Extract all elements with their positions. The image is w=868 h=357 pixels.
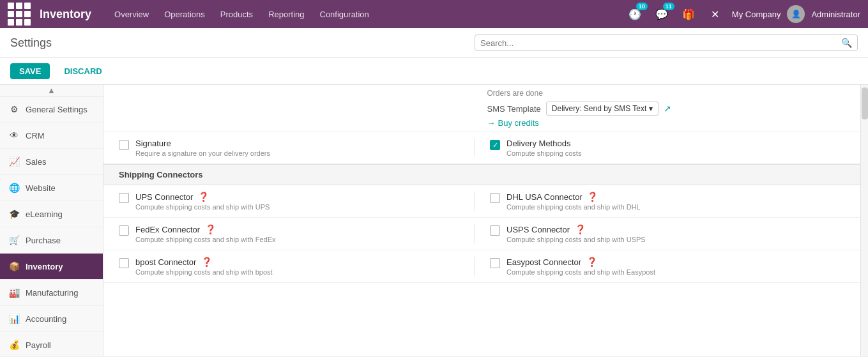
gear-icon: ⚙: [8, 103, 20, 116]
nav-overview[interactable]: Overview: [108, 6, 155, 23]
signature-text: Signature Require a signature on your de…: [135, 139, 474, 157]
messages-button[interactable]: 💬 11: [651, 4, 672, 24]
sidebar-item-accounting[interactable]: 📊 Accounting: [0, 306, 103, 332]
sidebar-item-purchase[interactable]: 🛒 Purchase: [0, 227, 103, 254]
easypost-text: Easypost Connector ❓ Compute shipping co…: [506, 257, 845, 276]
usps-checkbox[interactable]: [490, 225, 500, 236]
avatar[interactable]: 👤: [787, 5, 805, 23]
usps-connector: USPS Connector ❓ Compute shipping costs …: [474, 224, 845, 243]
easypost-checkbox[interactable]: [490, 258, 500, 268]
signature-checkbox[interactable]: [119, 140, 129, 150]
external-link-icon[interactable]: ↗: [664, 103, 671, 114]
close-icon: ✕: [711, 8, 719, 20]
dhl-help-icon[interactable]: ❓: [587, 192, 598, 202]
easypost-connector: Easypost Connector ❓ Compute shipping co…: [474, 257, 845, 276]
sidebar-item-general-settings[interactable]: ⚙ General Settings: [0, 96, 103, 123]
inventory-icon: 📦: [8, 260, 20, 273]
signature-delivery-row: Signature Require a signature on your de…: [103, 132, 860, 164]
bpost-checkbox[interactable]: [119, 258, 129, 268]
delivery-methods-checkbox[interactable]: ✓: [490, 140, 500, 150]
sidebar-item-label: Inventory: [26, 262, 63, 271]
sidebar-item-crm[interactable]: 👁 CRM: [0, 123, 103, 149]
payroll-icon: 💰: [8, 338, 20, 351]
ups-connector: UPS Connector ❓ Compute shipping costs a…: [119, 192, 474, 211]
dhl-usa-text: DHL USA Connector ❓ Compute shipping cos…: [506, 192, 845, 211]
sidebar-item-label: Accounting: [26, 314, 66, 324]
sms-template-select[interactable]: Delivery: Send by SMS Text ▾: [546, 102, 659, 116]
nav-operations[interactable]: Operations: [158, 6, 211, 23]
activity-button[interactable]: 🕐 10: [625, 4, 645, 24]
usps-desc: Compute shipping costs and ship with USP…: [506, 236, 845, 243]
sidebar-scroll-up[interactable]: ▲: [0, 85, 103, 96]
easypost-desc: Compute shipping costs and ship with Eas…: [506, 268, 845, 276]
sidebar-item-payroll[interactable]: 💰 Payroll: [0, 332, 103, 356]
sidebar-item-label: Payroll: [26, 340, 51, 350]
purchase-icon: 🛒: [8, 234, 20, 247]
sidebar-item-sales[interactable]: 📈 Sales: [0, 149, 103, 175]
usps-title: USPS Connector ❓: [506, 224, 845, 234]
sidebar-item-label: General Settings: [26, 105, 88, 114]
delivery-methods-text: Delivery Methods Compute shipping costs: [506, 139, 845, 157]
sidebar: ▲ ⚙ General Settings 👁 CRM 📈 Sales 🌐 Web…: [0, 85, 103, 356]
connectors-row-3: bpost Connector ❓ Compute shipping costs…: [103, 250, 860, 283]
gift-button[interactable]: 🎁: [678, 4, 699, 24]
easypost-title: Easypost Connector ❓: [506, 257, 845, 267]
scrollbar[interactable]: [860, 85, 868, 356]
settings-header: Settings 🔍: [0, 28, 868, 58]
top-navigation: Inventory Overview Operations Products R…: [0, 0, 868, 28]
elearning-icon: 🎓: [8, 208, 20, 220]
fedex-checkbox[interactable]: [119, 225, 129, 236]
orders-done-row: Orders are done SMS Template Delivery: S…: [103, 85, 860, 132]
dhl-usa-checkbox[interactable]: [490, 193, 500, 203]
action-bar: SAVE DISCARD: [0, 58, 868, 85]
nav-reporting[interactable]: Reporting: [262, 6, 310, 23]
sidebar-item-website[interactable]: 🌐 Website: [0, 175, 103, 201]
settings-content: Orders are done SMS Template Delivery: S…: [103, 85, 860, 356]
ups-checkbox[interactable]: [119, 193, 129, 203]
sidebar-item-label: Manufacturing: [26, 288, 78, 298]
crm-icon: 👁: [8, 129, 20, 142]
delivery-methods-desc: Compute shipping costs: [506, 149, 845, 157]
avatar-icon: 👤: [791, 10, 801, 19]
accounting-icon: 📊: [8, 312, 20, 325]
ups-desc: Compute shipping costs and ship with UPS: [135, 203, 474, 211]
sidebar-item-elearning[interactable]: 🎓 eLearning: [0, 201, 103, 227]
delivery-methods-title: Delivery Methods: [506, 139, 845, 148]
app-grid-button[interactable]: [8, 3, 31, 26]
website-icon: 🌐: [8, 181, 20, 194]
dhl-usa-connector: DHL USA Connector ❓ Compute shipping cos…: [474, 192, 845, 211]
sidebar-item-label: Purchase: [26, 236, 61, 245]
easypost-help-icon[interactable]: ❓: [586, 257, 597, 267]
fedex-text: FedEx Connector ❓ Compute shipping costs…: [135, 224, 474, 243]
dhl-usa-title: DHL USA Connector ❓: [506, 192, 845, 202]
nav-products[interactable]: Products: [214, 6, 259, 23]
connectors-row-1: UPS Connector ❓ Compute shipping costs a…: [103, 185, 860, 218]
sidebar-item-label: Sales: [26, 157, 47, 167]
ups-text: UPS Connector ❓ Compute shipping costs a…: [135, 192, 474, 211]
search-bar: 🔍: [475, 34, 858, 51]
company-name[interactable]: My Company: [732, 10, 781, 19]
main-layout: ▲ ⚙ General Settings 👁 CRM 📈 Sales 🌐 Web…: [0, 85, 868, 356]
nav-configuration[interactable]: Configuration: [314, 6, 376, 23]
sidebar-item-inventory[interactable]: 📦 Inventory: [0, 254, 103, 280]
ups-help-icon[interactable]: ❓: [198, 192, 209, 202]
dhl-usa-desc: Compute shipping costs and ship with DHL: [506, 203, 845, 211]
signature-feature: Signature Require a signature on your de…: [119, 139, 474, 157]
signature-desc: Require a signature on your delivery ord…: [135, 149, 474, 157]
user-name[interactable]: Administrator: [811, 10, 860, 19]
delivery-methods-feature: ✓ Delivery Methods Compute shipping cost…: [474, 139, 845, 157]
bpost-connector: bpost Connector ❓ Compute shipping costs…: [119, 257, 474, 276]
app-title: Inventory: [40, 8, 91, 21]
save-button[interactable]: SAVE: [10, 63, 50, 79]
sidebar-item-manufacturing[interactable]: 🏭 Manufacturing: [0, 280, 103, 306]
usps-text: USPS Connector ❓ Compute shipping costs …: [506, 224, 845, 243]
fedex-help-icon[interactable]: ❓: [205, 224, 216, 234]
buy-credits-link[interactable]: Buy credits: [487, 116, 846, 130]
close-button[interactable]: ✕: [705, 4, 726, 24]
search-input[interactable]: [480, 38, 841, 48]
gift-icon: 🎁: [682, 8, 695, 20]
scrollbar-thumb[interactable]: [862, 87, 868, 119]
usps-help-icon[interactable]: ❓: [575, 224, 586, 234]
bpost-help-icon[interactable]: ❓: [201, 257, 212, 267]
discard-button[interactable]: DISCARD: [55, 63, 110, 79]
